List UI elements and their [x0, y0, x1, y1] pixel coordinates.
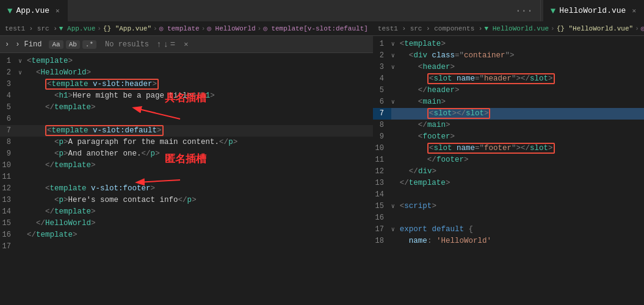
- code-line: 5 </template>: [0, 102, 373, 113]
- code-line: 5 </header>: [373, 85, 644, 96]
- code-line: 6 ∨ <main>: [373, 96, 644, 108]
- pane-divider: [540, 0, 541, 21]
- breadcrumb-left: test1 › src › ▼ App.vue › {} "App.vue" ›…: [0, 21, 373, 36]
- breadcrumb-right: test1 › src › components › ▼ HelloWorld.…: [373, 21, 644, 36]
- code-line: 3 ∨ <header>: [373, 62, 644, 73]
- code-line: 12 <template v-slot:footer>: [0, 183, 373, 195]
- code-line: 16: [373, 212, 644, 224]
- find-opt-aa[interactable]: Aa: [49, 40, 63, 49]
- find-arrow: ›: [5, 40, 9, 49]
- find-prev-btn[interactable]: ↑: [156, 40, 161, 49]
- tab-close-right[interactable]: ✕: [632, 7, 636, 15]
- code-line: 9 <p>And another one.</p>: [0, 148, 373, 160]
- code-line: 1 ∨ <template>: [373, 38, 644, 50]
- find-options: Aa Ab .*: [49, 40, 96, 49]
- tab-label-left: App.vue: [16, 6, 49, 15]
- code-line: 2 ∨ <div class="container">: [373, 50, 644, 62]
- find-close-btn[interactable]: ✕: [184, 40, 188, 49]
- code-line: 8 </main>: [373, 120, 644, 131]
- code-line-r10-boxed: 10 <slot name="footer"></slot>: [373, 143, 644, 154]
- find-select-all-btn[interactable]: =: [170, 40, 175, 49]
- left-code-area[interactable]: 1 ∨ <template> 2 ∨ <HelloWorld> 3 <templ…: [0, 53, 373, 305]
- tab-app-vue[interactable]: ▼ App.vue ✕: [0, 0, 68, 21]
- code-line: 9 <footer>: [373, 131, 644, 143]
- tab-helloworld-vue[interactable]: ▼ HelloWorld.vue ✕: [543, 0, 644, 21]
- find-next-btn[interactable]: ↓: [163, 40, 168, 49]
- code-line: 11 </footer>: [373, 154, 644, 166]
- code-line-7-boxed: 7 <template v-slot:default>: [0, 125, 373, 137]
- find-opt-ab[interactable]: Ab: [66, 40, 80, 49]
- find-result: No results: [105, 40, 149, 49]
- code-line-3-boxed: 3 <template v-slot:header>: [0, 79, 373, 90]
- vue-icon-right: ▼: [551, 6, 555, 16]
- tab-bar: ▼ App.vue ✕ ··· ▼ HelloWorld.vue ✕: [0, 0, 644, 21]
- code-line: 2 ∨ <HelloWorld>: [0, 67, 373, 79]
- code-line: 14 </template>: [0, 206, 373, 218]
- code-line: 1 ∨ <template>: [0, 56, 373, 67]
- code-line: 15 ∨ <script>: [373, 201, 644, 212]
- find-bar: › › Find Aa Ab .* No results ↑ ↓ = ✕: [0, 36, 373, 53]
- code-line: 13 </template>: [373, 178, 644, 189]
- vue-icon-left: ▼: [7, 6, 12, 16]
- code-line: 17: [0, 241, 373, 253]
- code-line: 17 ∨ export default {: [373, 224, 644, 235]
- code-line: 18 name: 'HelloWorld': [373, 235, 644, 247]
- tab-close-left[interactable]: ✕: [56, 7, 60, 15]
- code-line: 11: [0, 171, 373, 183]
- code-line-r7-boxed: 7 <slot></slot>: [373, 108, 644, 120]
- code-line: 4 <h1>Here might be a page title</h1>: [0, 90, 373, 102]
- left-editor-pane: test1 › src › ▼ App.vue › {} "App.vue" ›…: [0, 21, 373, 305]
- code-line: 14: [373, 189, 644, 201]
- code-line: 16 </template>: [0, 229, 373, 241]
- code-line-r4-boxed: 4 <slot name="header"></slot>: [373, 73, 644, 85]
- find-opt-regex[interactable]: .*: [82, 40, 96, 49]
- code-line: 12 </div>: [373, 166, 644, 178]
- find-nav: ↑ ↓ =: [156, 40, 175, 49]
- right-code-area[interactable]: 1 ∨ <template> 2 ∨ <div class="container…: [373, 36, 644, 305]
- tab-label-right: HelloWorld.vue: [559, 6, 626, 15]
- code-line: 15 </HelloWorld>: [0, 218, 373, 229]
- editors-container: test1 › src › ▼ App.vue › {} "App.vue" ›…: [0, 21, 644, 305]
- right-editor-pane: test1 › src › components › ▼ HelloWorld.…: [373, 21, 644, 305]
- code-line: 8 <p>A paragraph for the main content.</…: [0, 137, 373, 148]
- code-line: 6: [0, 113, 373, 125]
- code-line: 10 </template>: [0, 160, 373, 171]
- code-line: 13 <p>Here's some contact info</p>: [0, 195, 373, 206]
- tab-more-left[interactable]: ···: [510, 0, 538, 21]
- find-label: › Find: [15, 40, 42, 49]
